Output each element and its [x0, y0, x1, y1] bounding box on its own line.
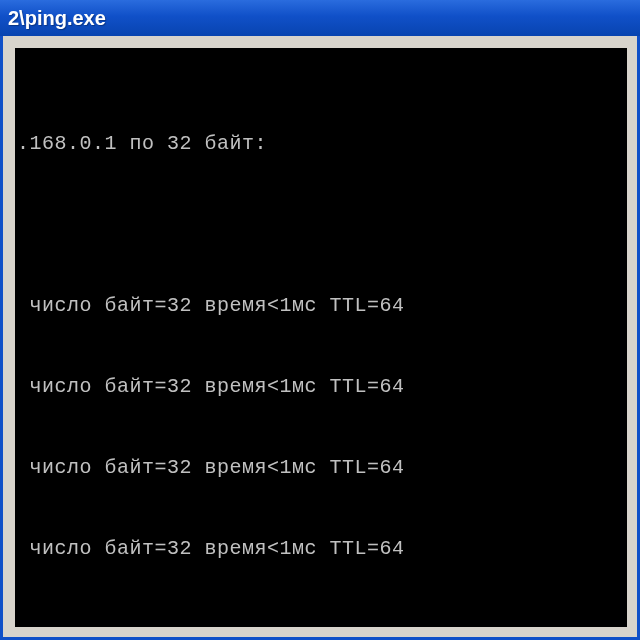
console-output[interactable]: .168.0.1 по 32 байт: число байт=32 время…	[15, 48, 627, 627]
window-titlebar[interactable]: 2\ping.exe	[0, 0, 640, 36]
console-header-line: .168.0.1 по 32 байт:	[15, 130, 627, 157]
console-reply-line: число байт=32 время<1мс TTL=64	[15, 535, 627, 562]
console-reply-line: число байт=32 время<1мс TTL=64	[15, 292, 627, 319]
window-body: .168.0.1 по 32 байт: число байт=32 время…	[0, 36, 640, 640]
console-blank-line	[15, 211, 627, 238]
console-reply-line: число байт=32 время<1мс TTL=64	[15, 454, 627, 481]
ping-window: 2\ping.exe .168.0.1 по 32 байт: число ба…	[0, 0, 640, 640]
console-reply-line: число байт=32 время<1мс TTL=64	[15, 373, 627, 400]
window-title: 2\ping.exe	[8, 7, 106, 30]
